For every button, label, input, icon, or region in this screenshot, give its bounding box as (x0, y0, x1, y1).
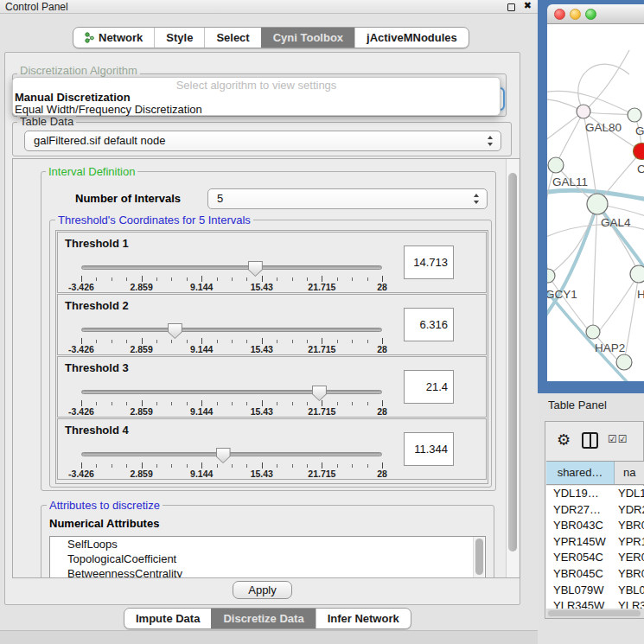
cell-shared-name[interactable]: YBL079W (546, 583, 615, 599)
gear-icon[interactable]: ⚙ (557, 430, 571, 450)
scale-label: 2.859 (130, 282, 152, 292)
cell-name[interactable]: YLR3 (615, 598, 644, 609)
table-row[interactable]: YBL079WYBL0 (546, 583, 644, 599)
cell-name[interactable]: YBL0 (615, 583, 644, 599)
cell-name[interactable]: YDL1 (615, 486, 644, 502)
tab-style[interactable]: Style (154, 28, 204, 48)
node-gal4[interactable] (587, 194, 608, 214)
node-gal80[interactable] (577, 105, 590, 118)
apply-button[interactable]: Apply (233, 581, 292, 599)
tab-jactivemnodules[interactable]: jActiveMNodules (354, 28, 469, 48)
numerical-attributes-list[interactable]: SelfLoopsTopologicalCoefficientBetweenne… (49, 536, 486, 578)
slider-track[interactable] (81, 328, 382, 332)
close-icon[interactable]: ✖ (524, 0, 532, 11)
control-panel-tabbar: Network Style Select Cyni Toolbox jActiv… (73, 27, 469, 48)
threshold-slider[interactable] (81, 323, 382, 337)
threshold-value-field[interactable]: 21.4 (404, 370, 454, 404)
table-row[interactable]: YER054CYER0 (546, 550, 644, 566)
scale-label: 15.43 (251, 282, 273, 292)
tick-mark (322, 400, 322, 406)
table-row[interactable]: YDL19…YDL1 (546, 486, 644, 502)
table-data-combobox[interactable]: galFiltered.sif default node (24, 131, 501, 151)
cell-name[interactable]: YDR2 (615, 502, 644, 519)
threshold-slider[interactable] (81, 261, 382, 275)
cell-name[interactable]: YBR0 (615, 518, 644, 534)
tab-impute-data[interactable]: Impute Data (124, 609, 211, 628)
cell-name[interactable]: YBR0 (615, 566, 644, 583)
cell-shared-name[interactable]: YBR043C (546, 518, 615, 534)
slider-track[interactable] (81, 390, 382, 394)
tab-select[interactable]: Select (204, 28, 260, 48)
cell-shared-name[interactable]: YDR27… (546, 502, 615, 519)
node-top-right[interactable] (628, 108, 641, 122)
split-columns-icon[interactable] (582, 432, 598, 449)
checkbox-icons[interactable]: ☑☑ (608, 433, 628, 445)
cell-name[interactable]: YPR1 (615, 534, 644, 551)
tab-infer-network[interactable]: Infer Network (316, 609, 411, 628)
threshold-slider[interactable] (81, 448, 382, 462)
cell-shared-name[interactable]: YLR345W (546, 598, 615, 609)
node-red-selected[interactable] (634, 143, 644, 160)
settings-vertical-scrollbar[interactable] (506, 159, 519, 577)
table-row[interactable]: YBR043CYBR0 (546, 518, 644, 534)
close-traffic-light-icon[interactable] (554, 9, 565, 20)
scale-label: 15.43 (251, 469, 273, 479)
node-hap2[interactable] (586, 325, 600, 339)
tab-cyni-toolbox[interactable]: Cyni Toolbox (261, 28, 354, 48)
slider-thumb[interactable] (312, 386, 327, 401)
tab-discretize-data[interactable]: Discretize Data (211, 609, 315, 628)
slider-thumb[interactable] (168, 323, 182, 339)
node-his[interactable] (630, 265, 644, 283)
minimize-traffic-light-icon[interactable] (570, 9, 581, 20)
threshold-list: Threshold 1 -3.4262.8599.14415.4321.7152… (55, 230, 488, 484)
scrollbar-thumb[interactable] (508, 173, 517, 552)
column-header-name[interactable]: na (615, 462, 644, 484)
tick-mark (262, 338, 263, 344)
slider-track[interactable] (81, 265, 382, 270)
cell-shared-name[interactable]: YER054C (546, 550, 615, 566)
threshold-slider[interactable] (81, 386, 382, 399)
tick-mark (126, 340, 127, 343)
slider-scale: -3.4262.8599.14415.4321.71528 (81, 344, 382, 354)
attributes-scrollbar[interactable] (473, 537, 484, 578)
tick-mark (142, 400, 143, 406)
tick-mark (246, 277, 247, 281)
cell-shared-name[interactable]: YPR145W (546, 534, 615, 551)
table-row[interactable]: YDR27…YDR2 (546, 502, 644, 519)
cell-shared-name[interactable]: YDL19… (546, 486, 615, 502)
threshold-value-field[interactable]: 11.344 (404, 432, 454, 466)
table-row[interactable]: YLR345WYLR3 (546, 598, 644, 609)
tab-network[interactable]: Network (73, 28, 154, 48)
float-window-icon[interactable] (507, 3, 515, 11)
column-header-shared[interactable]: shared… (546, 462, 615, 484)
number-of-intervals-label: Number of Intervals (75, 192, 181, 205)
tick-mark (81, 462, 82, 469)
tick-mark (352, 277, 353, 281)
zoom-traffic-light-icon[interactable] (585, 9, 596, 20)
threshold-value-field[interactable]: 6.316 (404, 308, 454, 341)
node-bottom-partial[interactable] (616, 354, 632, 370)
attribute-list-item[interactable]: TopologicalCoefficient (50, 552, 485, 566)
screenshot-root: Control Panel ✖ Network Style Select (0, 0, 644, 644)
tick-mark (352, 402, 353, 405)
slider-thumb[interactable] (248, 261, 263, 277)
network-canvas[interactable]: GAL80 GA C GAL11 GAL4 GCY1 H HAP2 (547, 24, 644, 381)
scrollbar-thumb[interactable] (548, 610, 641, 616)
cell-name[interactable]: YER0 (615, 550, 644, 566)
table-row[interactable]: YBR045CYBR0 (546, 566, 644, 583)
tick-mark (246, 402, 247, 405)
algorithm-option-manual[interactable]: Manual Discretization (13, 92, 500, 104)
attribute-list-item[interactable]: SelfLoops (50, 537, 485, 552)
threshold-value-field[interactable]: 14.713 (404, 245, 454, 279)
slider-track[interactable] (81, 452, 382, 456)
table-row[interactable]: YPR145WYPR1 (546, 534, 644, 551)
number-of-intervals-combobox[interactable]: 5 (207, 188, 488, 209)
cell-shared-name[interactable]: YBR045C (546, 566, 615, 583)
attribute-list-item[interactable]: BetweennessCentrality (50, 566, 485, 578)
number-of-intervals-value: 5 (217, 192, 223, 205)
slider-thumb[interactable] (216, 448, 231, 463)
algorithm-option-equal-width[interactable]: Equal Width/Frequency Discretization (13, 104, 500, 116)
node-gal11[interactable] (548, 157, 564, 173)
table-horizontal-scrollbar[interactable] (546, 609, 644, 618)
tick-mark (96, 464, 97, 468)
